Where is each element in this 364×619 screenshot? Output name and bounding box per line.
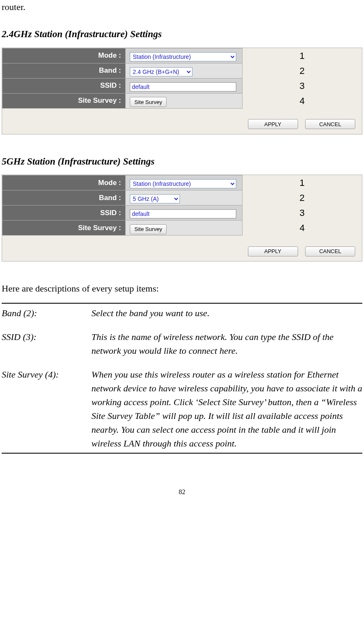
site-survey-button[interactable]: Site Survey — [130, 97, 167, 107]
apply-button[interactable]: APPLY — [248, 246, 298, 256]
label-mode: Mode : — [3, 48, 126, 63]
label-site-survey: Site Survey : — [3, 221, 126, 236]
desc-text-ssid: This is the name of wireless network. Yo… — [91, 327, 362, 360]
desc-text-band: Select the band you want to use. — [91, 303, 362, 322]
label-band: Band : — [3, 63, 126, 78]
annotation-1: 1 — [243, 176, 361, 190]
row-mode: Mode : Station (Infrastructure) 1 — [3, 175, 362, 190]
band-select[interactable]: 2.4 GHz (B+G+N) — [130, 67, 192, 76]
row-ssid: SSID : 3 — [3, 78, 362, 93]
desc-text-survey: When you use this wireless router as a w… — [91, 365, 362, 453]
site-survey-button[interactable]: Site Survey — [130, 224, 167, 234]
annotation-3: 3 — [243, 206, 361, 220]
row-site-survey: Site Survey : Site Survey 4 — [3, 93, 362, 108]
label-mode: Mode : — [3, 175, 126, 190]
ssid-input[interactable] — [130, 82, 236, 91]
desc-label-survey: Site Survey (4): — [2, 365, 91, 453]
row-band: Band : 2.4 GHz (B+G+N) 2 — [3, 63, 362, 78]
settings-table-2ghz: Mode : Station (Infrastructure) 1 Band :… — [2, 48, 362, 109]
panel-footer-5ghz: APPLY CANCEL — [2, 236, 362, 261]
row-ssid: SSID : 3 — [3, 205, 362, 221]
annotation-4: 4 — [243, 221, 362, 235]
desc-row-ssid: SSID (3): This is the name of wireless n… — [2, 327, 362, 360]
cancel-button[interactable]: CANCEL — [305, 119, 355, 129]
apply-button[interactable]: APPLY — [248, 119, 298, 129]
ssid-input[interactable] — [130, 209, 236, 218]
label-ssid: SSID : — [3, 205, 126, 221]
desc-label-band: Band (2): — [2, 303, 91, 322]
annotation-1: 1 — [243, 49, 361, 63]
annotation-3: 3 — [243, 79, 361, 93]
annotation-2: 2 — [243, 191, 361, 205]
panel-footer-2ghz: APPLY CANCEL — [2, 109, 362, 134]
settings-table-5ghz: Mode : Station (Infrastructure) 1 Band :… — [2, 175, 362, 236]
desc-row-band: Band (2): Select the band you want to us… — [2, 303, 362, 322]
desc-row-survey: Site Survey (4): When you use this wirel… — [2, 365, 362, 453]
mode-select[interactable]: Station (Infrastructure) — [130, 52, 236, 61]
band-select[interactable]: 5 GHz (A) — [130, 194, 180, 203]
annotation-4: 4 — [243, 94, 362, 108]
settings-panel-2ghz: Mode : Station (Infrastructure) 1 Band :… — [2, 48, 362, 134]
label-ssid: SSID : — [3, 78, 126, 93]
mode-select[interactable]: Station (Infrastructure) — [130, 179, 236, 188]
label-site-survey: Site Survey : — [3, 93, 126, 108]
row-band: Band : 5 GHz (A) 2 — [3, 190, 362, 205]
page-number: 82 — [2, 487, 362, 497]
row-site-survey: Site Survey : Site Survey 4 — [3, 221, 362, 236]
desc-label-ssid: SSID (3): — [2, 327, 91, 360]
intro-text: router. — [2, 0, 362, 14]
section-heading-2ghz: 2.4GHz Station (Infrastructure) Settings — [2, 27, 362, 42]
descriptions-table: Band (2): Select the band you want to us… — [2, 303, 362, 454]
cancel-button[interactable]: CANCEL — [305, 246, 355, 256]
annotation-2: 2 — [243, 64, 361, 78]
descriptions-intro: Here are descriptions of every setup ite… — [2, 282, 362, 295]
section-heading-5ghz: 5GHz Station (Infrastructure) Settings — [2, 155, 362, 169]
row-mode: Mode : Station (Infrastructure) 1 — [3, 48, 362, 63]
label-band: Band : — [3, 190, 126, 205]
settings-panel-5ghz: Mode : Station (Infrastructure) 1 Band :… — [2, 175, 362, 261]
